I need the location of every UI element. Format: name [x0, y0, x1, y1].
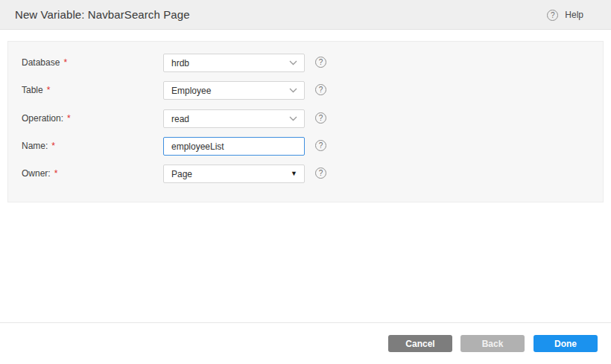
owner-label: Owner:*: [22, 165, 57, 182]
owner-label-text: Owner:: [22, 168, 51, 179]
required-asterisk: *: [47, 85, 51, 95]
chevron-down-icon: [289, 116, 297, 121]
operation-dropdown[interactable]: read: [163, 109, 305, 128]
name-label-text: Name:: [22, 141, 48, 151]
operation-help-icon[interactable]: ?: [315, 112, 326, 124]
database-label: Database*: [22, 54, 67, 71]
question-mark-glyph: ?: [319, 141, 323, 150]
chevron-down-icon: [289, 88, 297, 93]
operation-label-text: Operation:: [22, 113, 63, 124]
help-question-icon: ?: [547, 10, 558, 21]
required-asterisk: *: [63, 57, 67, 68]
form-panel: Database* hrdb ? Table* Employee ? Opera…: [7, 41, 604, 202]
cancel-button[interactable]: Cancel: [388, 335, 452, 352]
footer-divider: [0, 322, 611, 323]
owner-select-value: Page: [171, 169, 192, 179]
table-help-icon[interactable]: ?: [315, 84, 326, 95]
form-row-database: Database* hrdb ?: [8, 54, 603, 71]
owner-select[interactable]: Page ▼: [163, 165, 305, 183]
select-caret-icon: ▼: [291, 170, 297, 177]
done-button[interactable]: Done: [534, 335, 598, 352]
table-label-text: Table: [22, 85, 43, 95]
form-row-table: Table* Employee ?: [8, 81, 603, 99]
database-label-text: Database: [22, 57, 60, 68]
form-row-name: Name:* ?: [8, 137, 603, 155]
question-mark-glyph: ?: [551, 10, 555, 20]
required-asterisk: *: [54, 168, 58, 179]
name-label: Name:*: [22, 137, 55, 155]
question-mark-glyph: ?: [319, 168, 323, 178]
form-row-owner: Owner:* Page ▼ ?: [8, 165, 603, 182]
database-dropdown-value: hrdb: [171, 58, 189, 68]
operation-label: Operation:*: [22, 109, 71, 127]
table-label: Table*: [22, 81, 50, 99]
back-button[interactable]: Back: [460, 335, 525, 352]
dialog-header: New Variable: NavbarSearch Page ? Help: [0, 0, 611, 30]
page-title: New Variable: NavbarSearch Page: [15, 0, 190, 30]
required-asterisk: *: [67, 113, 71, 124]
table-dropdown-value: Employee: [171, 86, 211, 96]
help-label: Help: [565, 10, 583, 20]
name-input[interactable]: [163, 137, 305, 156]
form-row-operation: Operation:* read ?: [8, 109, 603, 127]
owner-help-icon[interactable]: ?: [315, 167, 326, 179]
table-dropdown[interactable]: Employee: [163, 81, 305, 100]
chevron-down-icon: [289, 60, 297, 66]
database-help-icon[interactable]: ?: [315, 57, 326, 68]
question-mark-glyph: ?: [319, 85, 323, 95]
question-mark-glyph: ?: [319, 113, 323, 123]
name-help-icon[interactable]: ?: [315, 140, 326, 151]
question-mark-glyph: ?: [319, 57, 323, 67]
help-button[interactable]: ? Help: [547, 0, 583, 30]
operation-dropdown-value: read: [171, 114, 189, 124]
required-asterisk: *: [51, 141, 55, 151]
database-dropdown[interactable]: hrdb: [163, 54, 305, 72]
